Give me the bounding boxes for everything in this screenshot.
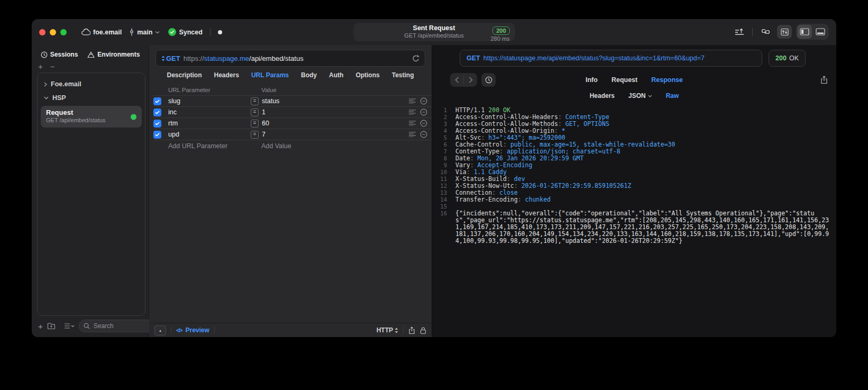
response-request-line[interactable]: GET https://statuspage.me/api/embed/stat… [460,50,762,67]
chevron-right-icon [44,82,47,87]
equals-icon: = [251,97,259,105]
request-response-toggle-button[interactable] [777,25,792,39]
sync-status[interactable]: Synced [168,28,202,36]
param-value[interactable]: 7 [262,131,266,138]
add-param-value-placeholder[interactable]: Add Value [251,142,432,150]
tab-sessions[interactable]: Sessions [41,51,78,58]
share-button[interactable] [408,326,415,334]
tab-environments[interactable]: Environments [87,51,140,58]
clock-icon [41,51,48,58]
history-back-button[interactable] [450,73,463,87]
sent-request-pill[interactable]: Sent Request GET /api/embed/status 200 2… [353,23,515,41]
tree-group-label: HSP [52,94,66,102]
response-status-badge: 200 OK [769,50,806,67]
tree-group-label: Foe.email [51,80,81,88]
tab-info[interactable]: Info [586,76,598,84]
protocol-selector[interactable]: HTTP [377,326,398,334]
tab-auth[interactable]: Auth [329,71,343,79]
param-row[interactable]: slug =status [153,95,432,106]
divider [210,29,211,36]
param-name[interactable]: slug [168,97,251,105]
tab-options[interactable]: Options [355,71,379,79]
sidebar-request-item[interactable]: Request GET /api/embed/status [41,106,142,128]
param-row[interactable]: rtm =60 [153,117,432,129]
request-success-dot [131,114,136,120]
add-param-row[interactable]: Add URL Parameter Add Value [153,140,432,152]
list-options-button[interactable] [64,323,75,329]
resend-button[interactable] [412,55,419,62]
tab-url-params[interactable]: URL Params [251,71,289,79]
lock-icon[interactable] [420,326,426,334]
equals-icon: = [251,120,259,128]
box-up-down-arrows-icon [780,28,789,37]
param-value[interactable]: status [262,97,279,105]
request-pane: GET https://statuspage.me/api/embed/stat… [149,45,432,337]
subtab-headers[interactable]: Headers [590,92,615,99]
add-item-button[interactable]: + [38,322,43,331]
param-checkbox[interactable] [153,108,161,116]
add-param-name-placeholder[interactable]: Add URL Parameter [168,142,251,150]
history-clock-button[interactable] [481,73,496,87]
tab-description[interactable]: Description [167,71,202,79]
toggle-sidebar-button[interactable] [797,25,812,39]
reorder-handle-icon[interactable] [409,98,416,104]
project-name: foe.email [93,29,122,36]
remove-param-button[interactable] [420,108,427,116]
status-code-badge: 200 [492,26,509,35]
add-session-button[interactable]: + [38,63,43,70]
tab-body[interactable]: Body [301,71,317,79]
param-row[interactable]: upd =7 [153,129,432,140]
tree-group-foe-email[interactable]: Foe.email [38,77,145,91]
param-checkbox[interactable] [153,97,161,105]
remove-session-button[interactable]: − [50,63,55,70]
param-value[interactable]: 60 [262,120,269,127]
new-folder-button[interactable] [47,322,56,330]
import-export-button[interactable] [732,25,747,39]
request-url-field[interactable]: GET https://statuspage.me/api/embed/stat… [156,50,425,67]
preview-label: Preview [185,326,209,334]
reorder-handle-icon[interactable] [409,121,416,126]
param-row[interactable]: inc =1 [153,106,432,117]
param-value[interactable]: 1 [262,108,266,116]
preview-button[interactable]: </> Preview [176,326,209,334]
tab-headers[interactable]: Headers [214,71,239,79]
tab-response[interactable]: Response [651,76,683,84]
export-response-button[interactable] [820,76,828,84]
history-forward-button[interactable] [464,73,477,87]
param-checkbox[interactable] [153,120,161,128]
up-down-arrows-icon [395,328,398,333]
reorder-handle-icon[interactable] [409,110,416,115]
remove-param-button[interactable] [420,120,427,127]
synced-check-icon [168,28,176,36]
minimize-button[interactable] [50,29,56,35]
tree-group-hsp[interactable]: HSP [38,91,145,105]
param-name[interactable]: rtm [168,120,251,127]
subtab-raw[interactable]: Raw [666,92,679,99]
response-method: GET [467,55,480,62]
expand-panel-button[interactable]: ▴ [154,325,166,335]
session-indicator-dot [218,30,222,34]
param-checkbox[interactable] [153,131,161,139]
git-branch-icon [129,28,134,36]
column-header-value: Value [251,87,432,93]
project-button[interactable]: foe.email [81,29,122,36]
response-subtabs: Headers JSON Raw [432,88,836,104]
param-name[interactable]: upd [168,131,251,138]
param-name[interactable]: inc [168,108,251,116]
remove-param-button[interactable] [420,97,427,105]
reorder-handle-icon[interactable] [409,132,416,137]
close-button[interactable] [39,29,45,35]
protocol-label: HTTP [377,326,393,334]
zoom-button[interactable] [60,29,67,35]
branch-button[interactable]: main [129,28,160,36]
tab-testing[interactable]: Testing [392,71,414,79]
sidebar: Sessions Environments + − Foe.email HSP [32,45,149,337]
method-selector[interactable]: GET [161,55,180,62]
toggle-bottom-panel-button[interactable] [813,25,828,39]
chevron-down-icon [648,95,652,97]
loop-sync-button[interactable] [758,25,773,39]
divider [214,326,215,334]
remove-param-button[interactable] [420,131,427,138]
subtab-json[interactable]: JSON [628,92,652,99]
tab-request[interactable]: Request [611,76,637,84]
